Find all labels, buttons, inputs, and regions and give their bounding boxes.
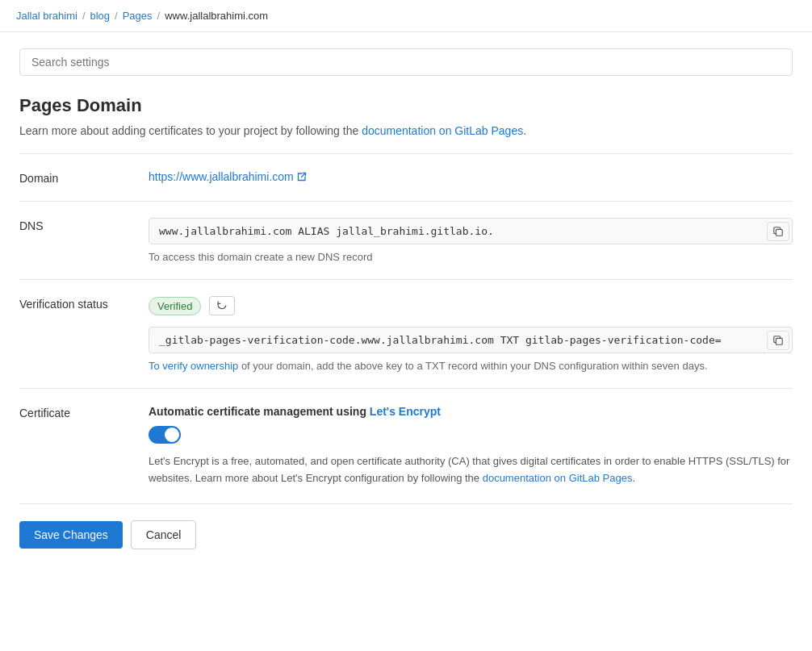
toggle-wrapper: ✓ <box>149 426 793 444</box>
dns-section: DNS To access this domain create a new D… <box>19 202 793 280</box>
verification-copy-button[interactable] <box>767 331 789 350</box>
verification-row: Verified <box>149 296 793 315</box>
breadcrumb-pages[interactable]: Pages <box>123 10 153 22</box>
breadcrumb-sep3: / <box>157 10 161 22</box>
verify-ownership-link[interactable]: To verify ownership <box>149 360 238 372</box>
refresh-verification-button[interactable] <box>209 296 235 315</box>
copy-icon <box>772 226 784 237</box>
lets-encrypt-toggle[interactable]: ✓ <box>149 426 181 444</box>
dns-hint: To access this domain create a new DNS r… <box>149 251 793 263</box>
domain-label: Domain <box>19 170 149 185</box>
svg-rect-1 <box>776 338 782 344</box>
search-bar <box>19 48 793 76</box>
breadcrumb-user[interactable]: Jallal brahimi <box>16 10 77 22</box>
breadcrumb-current: www.jallalbrahimi.com <box>165 10 268 22</box>
save-changes-button[interactable]: Save Changes <box>19 521 123 549</box>
external-link-icon <box>297 172 307 182</box>
toggle-check-icon: ✓ <box>170 430 177 440</box>
search-input[interactable] <box>19 48 793 76</box>
cancel-button[interactable]: Cancel <box>131 520 197 549</box>
verified-badge: Verified <box>149 297 201 315</box>
domain-section: Domain https://www.jallalbrahimi.com <box>19 154 793 202</box>
verification-input-wrapper <box>149 327 793 353</box>
certificate-section: Certificate Automatic certificate manage… <box>19 389 793 504</box>
verification-input[interactable] <box>149 327 793 353</box>
breadcrumb-blog[interactable]: blog <box>90 10 111 22</box>
breadcrumb: Jallal brahimi / blog / Pages / www.jall… <box>0 0 812 32</box>
cert-docs-link[interactable]: documentation on GitLab Pages <box>483 472 633 484</box>
dns-input-wrapper <box>149 218 793 244</box>
refresh-icon <box>216 300 228 311</box>
dns-input[interactable] <box>149 218 793 244</box>
verification-content: Verified To verify owne <box>149 296 793 372</box>
cert-description: Let's Encrypt is a free, automated, and … <box>149 453 793 487</box>
certificate-content: Automatic certificate management using L… <box>149 405 793 487</box>
verify-hint: To verify ownership of your domain, add … <box>149 360 793 372</box>
lets-encrypt-link[interactable]: Let's Encrypt <box>370 405 441 418</box>
page-subtitle: Learn more about adding certificates to … <box>19 124 793 137</box>
docs-link[interactable]: documentation on GitLab Pages <box>362 124 523 137</box>
verification-section: Verification status Verified <box>19 280 793 389</box>
verification-label: Verification status <box>19 296 149 311</box>
certificate-label: Certificate <box>19 405 149 419</box>
svg-rect-0 <box>776 229 782 236</box>
breadcrumb-sep2: / <box>115 10 118 22</box>
dns-copy-button[interactable] <box>767 222 789 241</box>
toggle-slider: ✓ <box>149 426 181 444</box>
breadcrumb-sep1: / <box>82 10 86 22</box>
copy-icon-2 <box>772 335 784 346</box>
domain-url[interactable]: https://www.jallalbrahimi.com <box>149 170 793 183</box>
page-title: Pages Domain <box>19 95 793 116</box>
dns-content: To access this domain create a new DNS r… <box>149 218 793 263</box>
dns-label: DNS <box>19 218 149 232</box>
footer-actions: Save Changes Cancel <box>19 504 793 565</box>
certificate-title: Automatic certificate management using L… <box>149 405 793 418</box>
domain-content: https://www.jallalbrahimi.com <box>149 170 793 183</box>
